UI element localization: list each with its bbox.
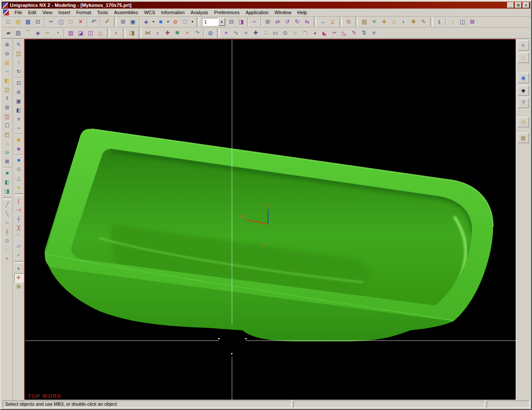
spline-button[interactable]: ≈ bbox=[241, 28, 251, 38]
unite-button[interactable]: ◆ bbox=[14, 135, 24, 144]
rotate-view-button[interactable]: ⊕ bbox=[3, 40, 12, 49]
basic-arc-button[interactable]: ∼ bbox=[3, 218, 12, 227]
sheet-metal-button[interactable]: ◐ bbox=[399, 17, 409, 27]
hole-button[interactable]: ⊡ bbox=[14, 79, 24, 88]
sew-surface-button[interactable]: ⋈ bbox=[143, 28, 153, 38]
profile-button[interactable]: ▱ bbox=[14, 242, 24, 251]
menu-application[interactable]: Application bbox=[243, 9, 272, 16]
replace-view-button[interactable]: ⇄ bbox=[273, 17, 282, 27]
menu-file[interactable]: File bbox=[12, 9, 25, 16]
sketch-fillet-button[interactable]: ⌒ bbox=[14, 233, 24, 242]
close-button[interactable]: ✕ bbox=[523, 2, 529, 8]
tutorials-tab[interactable]: ◆ bbox=[518, 85, 529, 96]
bounding-box-button[interactable]: ⊠ bbox=[3, 157, 12, 166]
datum-plane-button[interactable]: ◫ bbox=[14, 49, 24, 58]
chamfer-curve-button[interactable]: ◣ bbox=[320, 28, 330, 38]
catalog-tab[interactable]: ▤ bbox=[518, 133, 529, 143]
patch-body-button[interactable]: ◨ bbox=[3, 187, 12, 196]
teamcenter-button[interactable]: ✳ bbox=[369, 17, 379, 27]
boolean-tools-button[interactable]: ❖ bbox=[379, 17, 389, 27]
circle-center-button[interactable]: ⊙ bbox=[280, 28, 290, 38]
measure-angle-button[interactable]: ∠ bbox=[328, 17, 338, 27]
open-part-button[interactable]: ▤ bbox=[13, 17, 23, 27]
orient-view-button[interactable]: ◈ bbox=[141, 17, 151, 27]
bounded-plane-button[interactable]: ▧ bbox=[66, 28, 76, 38]
basic-ellipse-button[interactable]: ◌ bbox=[3, 245, 12, 254]
slot-button[interactable]: ∽ bbox=[14, 124, 24, 133]
sphere-button[interactable]: ● bbox=[14, 183, 24, 192]
raise-window-button[interactable]: ↑ bbox=[448, 17, 458, 27]
menu-preferences[interactable]: Preferences bbox=[211, 9, 242, 16]
ruled-surface-button[interactable]: ▨ bbox=[13, 28, 23, 38]
basic-line-button[interactable]: ╱ bbox=[3, 201, 12, 209]
arc-button[interactable]: ◠ bbox=[300, 28, 310, 38]
curve-tool-button[interactable]: ∫ bbox=[14, 197, 24, 206]
menu-assemblies[interactable]: Assemblies bbox=[111, 9, 141, 16]
n-sided-surface-button[interactable]: △ bbox=[95, 28, 105, 38]
delete-button[interactable]: ✕ bbox=[76, 17, 86, 27]
basic-plus-button[interactable]: + bbox=[3, 254, 12, 263]
cylinder-button[interactable]: ⊙ bbox=[14, 165, 24, 174]
mold-cavity-button[interactable]: ⌂ bbox=[3, 139, 12, 148]
copy-button[interactable]: ◫ bbox=[56, 17, 66, 27]
menu-insert[interactable]: Insert bbox=[55, 9, 73, 16]
undo-button[interactable]: ↶ bbox=[89, 17, 99, 27]
section-surface-button[interactable]: ◔ bbox=[53, 28, 62, 38]
point-button[interactable]: ✚ bbox=[251, 28, 261, 38]
wireframe-display-button[interactable]: □ bbox=[180, 17, 190, 27]
quilt-button[interactable]: ◫ bbox=[86, 28, 95, 38]
library-button[interactable]: ◫ bbox=[3, 112, 12, 121]
refit-surface-button[interactable]: ↷ bbox=[192, 28, 202, 38]
dimension-button[interactable]: ┼ bbox=[14, 215, 24, 224]
pad-button[interactable]: ◧ bbox=[14, 106, 24, 115]
pan-view-button[interactable]: ⊖ bbox=[3, 49, 12, 58]
menu-help[interactable]: Help bbox=[294, 9, 310, 16]
update-display-button[interactable]: ⇆ bbox=[302, 17, 312, 27]
exit-button[interactable]: ⊠ bbox=[467, 17, 477, 27]
menu-format[interactable]: Format bbox=[73, 9, 94, 16]
measure-distance-button[interactable]: ↔ bbox=[318, 17, 328, 27]
paste-button[interactable]: ⊡ bbox=[66, 17, 76, 27]
quick-trim-button[interactable]: ╳ bbox=[14, 224, 24, 233]
solid-tool-button[interactable]: ◧ bbox=[3, 76, 12, 85]
sketch-button[interactable]: ✎ bbox=[14, 40, 24, 49]
restore-button[interactable]: ⧉ bbox=[515, 2, 522, 8]
history-tab[interactable]: ◷ bbox=[518, 117, 529, 127]
extrude-button[interactable]: ↑ bbox=[14, 58, 24, 67]
project-curve-button[interactable]: ⇅ bbox=[359, 28, 369, 38]
object-info-button[interactable]: ⍉ bbox=[344, 17, 354, 27]
deform-surface-button[interactable]: ◖ bbox=[153, 28, 163, 38]
finish-sketch-button[interactable]: ✓ bbox=[14, 251, 24, 260]
menu-window[interactable]: Window bbox=[271, 9, 294, 16]
cylinder-section-button[interactable]: ⊖ bbox=[3, 148, 12, 157]
rotate-view-ccw-button[interactable]: ↺ bbox=[282, 17, 292, 27]
copy-feature-button[interactable]: ◫ bbox=[3, 85, 12, 94]
curve-mesh-button[interactable]: ◈ bbox=[33, 28, 43, 38]
menu-analysis[interactable]: Analysis bbox=[187, 9, 211, 16]
visible-in-view-button[interactable]: ◨ bbox=[236, 17, 246, 27]
graphics-viewport[interactable]: ZC XC YC TOP WORK bbox=[24, 39, 518, 401]
point-grid-button[interactable]: ⊞ bbox=[3, 103, 12, 112]
constraint-button[interactable]: ⊣ bbox=[14, 206, 24, 215]
divide-curve-button[interactable]: ◺ bbox=[339, 28, 349, 38]
window-list-button[interactable]: ◫ bbox=[458, 17, 467, 27]
point-set-button[interactable]: ∴ bbox=[261, 28, 270, 38]
web-browser-tab[interactable]: ◉ bbox=[518, 73, 529, 83]
orient-view-dropdown[interactable]: ▾ bbox=[151, 17, 156, 27]
save-part-button[interactable]: ▦ bbox=[23, 17, 33, 27]
polyline-button[interactable]: ∿ bbox=[231, 28, 241, 38]
shaded-display-button[interactable]: ■ bbox=[156, 17, 166, 27]
work-layer-dropdown[interactable]: ▾ bbox=[218, 18, 225, 26]
circle-button[interactable]: ○ bbox=[290, 28, 300, 38]
sheet-to-solid-button[interactable]: ■ bbox=[3, 169, 12, 178]
wcs-display-button[interactable]: ⊠ bbox=[14, 282, 24, 291]
promote-button[interactable]: ✐ bbox=[102, 17, 112, 27]
groove-button[interactable]: ≡ bbox=[14, 115, 24, 124]
menu-edit[interactable]: Edit bbox=[25, 9, 39, 16]
wireframe-display-dropdown[interactable]: ▾ bbox=[190, 17, 195, 27]
offset-surface-button[interactable]: ◨ bbox=[127, 28, 137, 38]
rotate-view-cw-button[interactable]: ↻ bbox=[292, 17, 302, 27]
basic-circle-button[interactable]: ⊙ bbox=[3, 236, 12, 245]
four-point-surface-button[interactable]: ▰ bbox=[3, 28, 13, 38]
block-button[interactable]: ■ bbox=[14, 156, 24, 165]
